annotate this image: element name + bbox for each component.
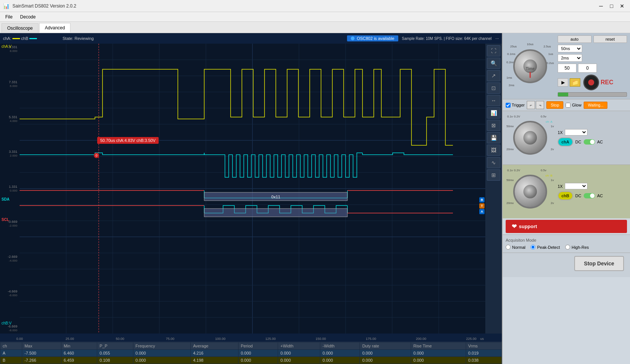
expand-button[interactable]: ↔ [487,95,500,106]
cha-1x-label: 1X [558,130,563,135]
chb-section: 0.2V 0.5v ch· B 0.1v 50mv 20mv 1v 2v 1X [503,164,630,218]
y-label-1331: 1.3310.000 [1,185,19,192]
trigger-check-input[interactable] [506,103,511,108]
waveform-svg: 0x11 [20,44,485,334]
save-button[interactable]: 💾 [487,132,500,143]
cha-name-button[interactable]: chA [558,137,573,146]
x-label-125: 125.00 [265,337,276,341]
radio-normal-label: Normal [512,245,525,250]
chb-dc-label: DC [575,193,581,198]
col-min: Min [61,343,97,350]
chb-scale-0.2v: 0.2V [514,169,520,172]
cha-dc-toggle[interactable] [584,139,595,145]
cha-color-indicator [12,38,20,39]
scale-0.1ms: 0.1ms [507,52,515,56]
stats-row-a: A -7.500 6.460 0.055 0.000 4.216 0.000 0… [0,350,502,357]
x-label-50: 50.00 [116,337,124,341]
y-label-3331: 3.3312.000 [1,150,19,157]
row-a-freq: 0.000 [133,350,191,357]
row-b-pp: 0.108 [97,357,133,364]
t-indicator: T [479,203,485,209]
y-axis: 9.3318.000 7.3316.000 5.3314.000 3.3312.… [0,44,20,334]
led-indicator [351,37,355,40]
cha-probe-select[interactable] [565,129,587,136]
trigger-rising-icon[interactable]: ⌐ [527,101,535,109]
measure-button[interactable]: ⊡ [487,82,500,94]
radio-normal-input[interactable] [506,245,511,250]
histogram-button[interactable]: 📊 [487,107,500,119]
time-value-0-input[interactable] [578,64,597,73]
tooltip-text: 50.70us chA:4.83V chB:3.50V [100,138,156,143]
grid-button[interactable]: ⊞ [487,169,500,181]
time-dropdown-2ms[interactable]: 2ms1ms500us [558,54,582,62]
chb-name-button[interactable]: chB [558,191,573,200]
chb-scale-50mv: 50mv [506,178,514,182]
trigger-falling-icon[interactable]: ¬ [536,101,544,109]
cursor-button[interactable]: ↗ [487,70,500,81]
wave-button[interactable]: ∿ [487,157,500,168]
sda-label: SDA [2,197,9,201]
menu-file[interactable]: File [2,13,16,21]
radio-peak-input[interactable] [531,245,535,250]
glow-checkbox[interactable] [566,103,570,108]
radio-highres[interactable]: High-Res [565,245,589,250]
chb-color-indicator [29,38,37,39]
close-button[interactable]: ✕ [617,2,627,10]
col-freq: Frequency [133,343,191,350]
settings-dots[interactable]: ··· [495,36,499,41]
time-knob-label: Time [526,66,534,70]
row-b-period: 0.000 [238,357,278,364]
cha-scale-50mv: 50mv [506,125,514,128]
row-b-vrms: 0.038 [466,357,502,364]
zoom-in-button[interactable]: 🔍 [487,58,500,69]
x-label-225: 225.00 [466,337,477,341]
x-label-100: 100.00 [215,337,226,341]
chb-dc-toggle[interactable] [584,193,595,198]
menu-decode[interactable]: Decode [16,13,39,21]
radio-normal[interactable]: Normal [506,245,525,250]
row-a-rise: 0.000 [411,350,466,357]
acquisition-mode-section: Acquisiton Mode Normal Peak-Detect High-… [503,235,630,253]
chb-probe-select[interactable] [565,183,587,189]
window-title: SainSmart DS802 Version 2.0.2 [12,3,76,9]
rec-button[interactable] [583,75,599,90]
trigger-checkbox[interactable]: Trigger [506,103,524,108]
fullscreen-button[interactable]: ⛶ [487,45,500,56]
time-knob[interactable]: Time [513,49,547,83]
a-indicator: A [479,209,485,214]
support-button[interactable]: ❤ support [506,220,627,233]
col-pp: P_P [97,343,133,350]
stop-device-button[interactable]: Stop Device [574,256,624,271]
minimize-button[interactable]: ─ [596,2,606,10]
scale-10us: 10us [527,43,533,46]
maximize-button[interactable]: □ [607,2,616,10]
b-indicator: B [479,197,485,203]
cha-v-label: chA:V [2,44,12,49]
row-a-ch: A [0,350,22,357]
reset-button[interactable]: reset [593,35,627,43]
radio-highres-input[interactable] [565,245,570,250]
col-plus-width: +Width [278,343,320,350]
auto-button[interactable]: auto [558,35,592,43]
cha-volt-knob[interactable] [513,121,547,155]
image-button[interactable]: 🖼 [487,145,500,156]
folder-button[interactable]: 📁 [570,78,580,87]
tab-advanced[interactable]: Advanced [39,23,70,33]
scale-25us: 25us [510,45,517,48]
row-b-rise: 0.000 [411,357,466,364]
chb-volt-knob[interactable] [513,175,547,209]
tab-oscilloscope[interactable]: Oscilloscope [2,23,38,33]
cha-ac-label: AC [597,140,603,144]
glow-label: Glow [572,103,581,107]
cha-scale-2v: 2v [551,148,554,151]
stop-button[interactable]: Stop [546,101,563,109]
chb-ac-label: AC [597,193,603,198]
cha-text: chA: [3,36,11,41]
play-pause-button[interactable]: ▶ [558,78,568,87]
time-dropdown-50ns[interactable]: 50ns100ns200ns [558,45,582,52]
time-value-50-input[interactable] [558,64,576,73]
waiting-button[interactable]: Waiting... [584,102,607,109]
radio-peak[interactable]: Peak-Detect [531,245,560,250]
acq-mode-title: Acquisiton Mode [506,238,627,242]
cross-button[interactable]: ⊠ [487,120,500,131]
